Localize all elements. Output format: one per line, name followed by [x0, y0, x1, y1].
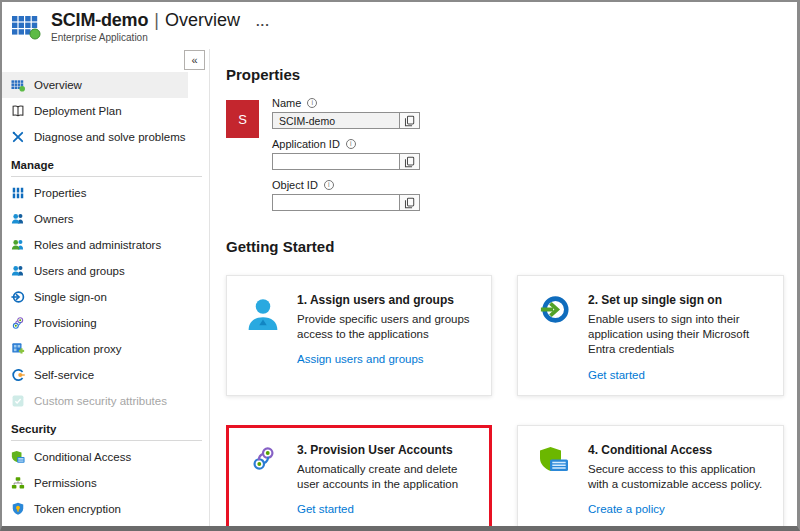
card-1-assign-users-and-groups[interactable]: 1. Assign users and groups Provide speci…: [226, 275, 492, 396]
sidebar-item-provisioning[interactable]: Provisioning: [2, 310, 188, 336]
sidebar-item-token-encryption[interactable]: Token encryption: [2, 496, 188, 522]
app-type-label: Enterprise Application: [51, 32, 270, 43]
sidebar-item-label: Self-service: [34, 369, 94, 381]
diagnose-icon: [11, 130, 25, 144]
page-title: Overview: [165, 10, 240, 31]
getting-started-cards: 1. Assign users and groups Provide speci…: [226, 275, 797, 526]
sidebar-item-roles-and-administrators[interactable]: Roles and administrators: [2, 232, 188, 258]
sidebar-item-application-proxy[interactable]: Application proxy: [2, 336, 188, 362]
field-label: Object ID: [272, 179, 318, 191]
field-application-id: Application ID i: [272, 138, 420, 170]
sidebar-item-label: Deployment Plan: [34, 105, 122, 117]
single-sign-on-icon: [533, 293, 575, 383]
self-service-icon: [11, 368, 25, 382]
sidebar-item-label: Roles and administrators: [34, 239, 161, 251]
sidebar-item-permissions[interactable]: Permissions: [2, 470, 188, 496]
card-title: 1. Assign users and groups: [297, 293, 479, 307]
field-input[interactable]: SCIM-demo: [272, 112, 420, 129]
conditional-access-icon: [533, 443, 575, 517]
field-object-id: Object ID i: [272, 179, 420, 211]
sidebar-item-label: Conditional Access: [34, 451, 131, 463]
app-header: SCIM-demo | Overview ... Enterprise Appl…: [2, 2, 797, 49]
copy-icon[interactable]: [399, 154, 419, 169]
token-encryption-icon: [11, 502, 25, 516]
field-name: Name i SCIM-demo: [272, 97, 420, 129]
sidebar-collapse-button[interactable]: «: [184, 50, 205, 70]
deployment-plan-icon: [11, 104, 25, 118]
properties-fields: Name i SCIM-demo Application ID i Object…: [272, 97, 420, 220]
sidebar-item-users-and-groups[interactable]: Users and groups: [2, 258, 188, 284]
card-title: 3. Provision User Accounts: [297, 443, 479, 457]
card-description: Automatically create and delete user acc…: [297, 462, 479, 492]
properties-heading: Properties: [226, 66, 797, 83]
card-link-get-started[interactable]: Get started: [588, 369, 645, 381]
sidebar-item-properties[interactable]: Properties: [2, 180, 188, 206]
assign-users-icon: [242, 293, 284, 383]
card-title: 2. Set up single sign on: [588, 293, 771, 307]
card-3-provision-user-accounts[interactable]: 3. Provision User Accounts Automatically…: [226, 425, 492, 526]
card-link-assign-users-and-groups[interactable]: Assign users and groups: [297, 353, 424, 365]
sidebar-item-label: Users and groups: [34, 265, 125, 277]
field-value: [273, 154, 399, 169]
provisioning-icon: [11, 316, 25, 330]
info-icon[interactable]: i: [324, 180, 334, 190]
sidebar-item-label: Token encryption: [34, 503, 121, 515]
sidebar-item-label: Custom security attributes: [34, 395, 167, 407]
field-value: SCIM-demo: [273, 113, 399, 128]
field-input[interactable]: [272, 194, 420, 211]
copy-icon[interactable]: [399, 113, 419, 128]
more-options-button[interactable]: ...: [256, 17, 270, 27]
sidebar-item-custom-security-attributes: Custom security attributes: [2, 388, 188, 414]
single-sign-on-icon: [11, 290, 25, 304]
sidebar-nav: « OverviewDeployment PlanDiagnose and so…: [2, 49, 210, 526]
card-description: Enable users to sign into their applicat…: [588, 312, 771, 358]
card-2-set-up-single-sign-on[interactable]: 2. Set up single sign on Enable users to…: [517, 275, 784, 396]
sidebar-item-deployment-plan[interactable]: Deployment Plan: [2, 98, 188, 124]
properties-icon: [11, 186, 25, 200]
sidebar-items: OverviewDeployment PlanDiagnose and solv…: [2, 72, 209, 522]
sidebar-item-conditional-access[interactable]: Conditional Access: [2, 444, 188, 470]
roles-administrators-icon: [11, 238, 25, 252]
sidebar-item-label: Overview: [34, 79, 82, 91]
properties-panel: S Name i SCIM-demo Application ID i Obje…: [226, 97, 797, 220]
main-content: Properties S Name i SCIM-demo Applicatio…: [210, 49, 797, 526]
sidebar-item-label: Owners: [34, 213, 74, 225]
sidebar-item-label: Diagnose and solve problems: [34, 131, 186, 143]
card-4-conditional-access[interactable]: 4. Conditional Access Secure access to t…: [517, 425, 784, 526]
card-link-get-started[interactable]: Get started: [297, 503, 354, 515]
users-groups-icon: [11, 264, 25, 278]
sidebar-section-security: Security: [11, 414, 202, 441]
sidebar-item-label: Permissions: [34, 477, 97, 489]
sidebar-item-label: Provisioning: [34, 317, 97, 329]
field-value: [273, 195, 399, 210]
enterprise-application-icon: [11, 11, 41, 41]
sidebar-item-label: Properties: [34, 187, 86, 199]
app-name: SCIM-demo: [51, 10, 148, 31]
sidebar-item-label: Application proxy: [34, 343, 122, 355]
title-block: SCIM-demo | Overview ... Enterprise Appl…: [51, 10, 270, 43]
sidebar-item-overview[interactable]: Overview: [2, 72, 188, 98]
card-description: Secure access to this application with a…: [588, 462, 771, 492]
sidebar-item-owners[interactable]: Owners: [2, 206, 188, 232]
sidebar-item-single-sign-on[interactable]: Single sign-on: [2, 284, 188, 310]
field-input[interactable]: [272, 153, 420, 170]
owners-icon: [11, 212, 25, 226]
card-link-create-a-policy[interactable]: Create a policy: [588, 503, 665, 515]
overview-icon: [11, 78, 25, 92]
sidebar-item-self-service[interactable]: Self-service: [2, 362, 188, 388]
info-icon[interactable]: i: [307, 98, 317, 108]
custom-security-attributes-icon: [11, 394, 25, 408]
app-avatar: S: [226, 100, 259, 138]
field-label: Application ID: [272, 138, 340, 150]
copy-icon[interactable]: [399, 195, 419, 210]
info-icon[interactable]: i: [346, 139, 356, 149]
card-description: Provide specific users and groups access…: [297, 312, 479, 342]
sidebar-item-diagnose-and-solve-problems[interactable]: Diagnose and solve problems: [2, 124, 188, 150]
field-label: Name: [272, 97, 301, 109]
getting-started-heading: Getting Started: [226, 238, 797, 255]
application-proxy-icon: [11, 342, 25, 356]
provisioning-icon: [242, 443, 284, 517]
title-divider: |: [154, 10, 159, 31]
card-title: 4. Conditional Access: [588, 443, 771, 457]
permissions-icon: [11, 476, 25, 490]
